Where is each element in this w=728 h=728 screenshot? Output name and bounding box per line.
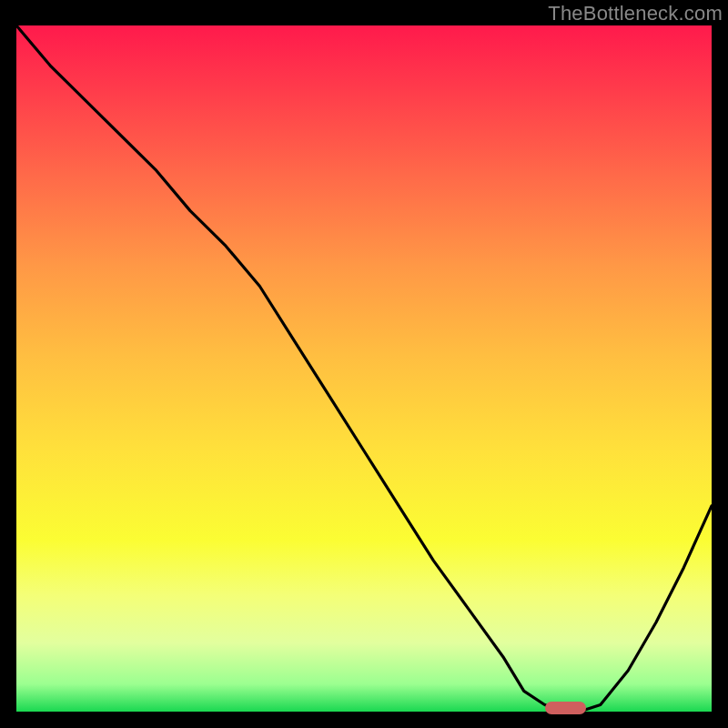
watermark-text: TheBottleneck.com	[548, 2, 723, 25]
optimal-region-marker	[545, 702, 587, 714]
chart-container: TheBottleneck.com	[0, 0, 728, 728]
chart-svg	[16, 25, 712, 712]
bottleneck-curve	[16, 25, 712, 712]
